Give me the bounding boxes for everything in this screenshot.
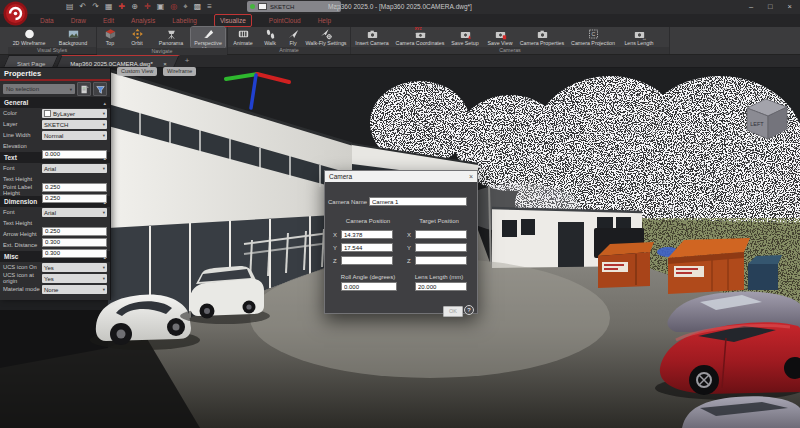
quick-select-button[interactable] bbox=[77, 82, 91, 96]
color-dropdown[interactable]: ByLayer ▾ bbox=[42, 109, 107, 118]
roll-angle-input[interactable] bbox=[341, 282, 397, 291]
filter-button[interactable] bbox=[93, 82, 107, 96]
camera-y-input[interactable] bbox=[341, 243, 393, 252]
save-icon[interactable]: ▤ bbox=[66, 0, 74, 14]
ucs-on-dropdown[interactable]: Yes ▾ bbox=[42, 263, 107, 272]
target-x-label: X bbox=[407, 232, 411, 238]
ribbon-button-save-view[interactable]: Save View bbox=[483, 27, 517, 47]
line-width-dropdown[interactable]: Normal ▾ bbox=[42, 131, 107, 140]
ext-distance-input[interactable] bbox=[42, 249, 107, 258]
undo-icon[interactable]: ↶ bbox=[80, 0, 87, 14]
hatch-icon[interactable]: ▩ bbox=[194, 0, 202, 14]
ribbon-button-camera-projection[interactable]: C Camera Projection bbox=[567, 27, 619, 47]
map360-logo-icon[interactable] bbox=[3, 1, 28, 26]
snap-icon[interactable]: ⊕ bbox=[131, 0, 138, 14]
ribbon-button-walk-fly-settings[interactable]: Walk-Fly Settings bbox=[304, 27, 348, 47]
help-button[interactable]: ? bbox=[464, 305, 474, 315]
lens-length-label: Lens Length (mm) bbox=[407, 274, 471, 280]
tab-edit[interactable]: Edit bbox=[103, 15, 114, 26]
ucs-origin-dropdown[interactable]: Yes ▾ bbox=[42, 274, 107, 283]
camera-save-icon bbox=[494, 28, 507, 40]
point-label-height-input[interactable] bbox=[42, 194, 107, 203]
ribbon: 2D Wireframe Background Visual Styles bbox=[0, 27, 800, 55]
ribbon-button-camera-properties[interactable]: Camera Properties bbox=[517, 27, 567, 47]
target-z-input[interactable] bbox=[415, 256, 467, 265]
ribbon-button-fly[interactable]: Fly bbox=[282, 27, 304, 47]
material-mode-dropdown[interactable]: None ▾ bbox=[42, 285, 107, 294]
target-x-input[interactable] bbox=[415, 230, 467, 239]
new-tab-button[interactable]: + bbox=[185, 55, 190, 67]
redo-icon[interactable]: ↷ bbox=[92, 0, 99, 14]
selection-dropdown[interactable]: No selection ▾ bbox=[3, 84, 75, 94]
dialog-close-icon[interactable]: × bbox=[469, 173, 473, 180]
ribbon-group-navigate: Top Orbit Panorama bbox=[97, 27, 228, 54]
chevron-down-icon: ▾ bbox=[103, 210, 105, 215]
camera-position-label: Camera Position bbox=[333, 218, 403, 224]
ribbon-button-walk[interactable]: Walk bbox=[258, 27, 282, 47]
property-row-arrow-height: Arrow Height bbox=[0, 229, 110, 240]
ribbon-button-2d-wireframe[interactable]: 2D Wireframe bbox=[8, 27, 50, 47]
maximize-button[interactable]: □ bbox=[768, 2, 773, 12]
tab-draw[interactable]: Draw bbox=[71, 15, 86, 26]
target-red-icon[interactable]: ◎ bbox=[170, 0, 177, 14]
camera-name-input[interactable] bbox=[369, 197, 467, 206]
perspective-view-icon bbox=[202, 28, 215, 40]
ribbon-button-save-setup[interactable]: Save Setup bbox=[447, 27, 483, 47]
camera-x-label: X bbox=[333, 232, 337, 238]
ribbon-button-insert-camera[interactable]: Insert Camera bbox=[351, 27, 393, 47]
title-bar: ▤ ↶ ↷ ▦ ✚ ⊕ ✛ ▣ ◎ ⌖ ▩ ≡ SKETCH ▾ Map360 … bbox=[0, 0, 800, 14]
target-z-label: Z bbox=[407, 258, 411, 264]
layer-status-icon bbox=[250, 4, 255, 9]
blue-bin bbox=[748, 255, 782, 290]
image-icon[interactable]: ▣ bbox=[157, 0, 165, 14]
camera-z-input[interactable] bbox=[341, 256, 393, 265]
chevron-down-icon: ▾ bbox=[103, 122, 105, 127]
layer-selector[interactable]: SKETCH ▾ bbox=[247, 1, 341, 12]
camera-dialog-titlebar[interactable]: Camera × bbox=[325, 171, 477, 182]
tab-labeling[interactable]: Labeling bbox=[172, 15, 197, 26]
viewport-style-control[interactable]: Wireframe bbox=[163, 67, 196, 76]
lens-length-input[interactable] bbox=[415, 282, 467, 291]
plot-icon[interactable]: ▦ bbox=[105, 0, 113, 14]
ribbon-button-top[interactable]: Top bbox=[97, 27, 123, 48]
ribbon-button-panorama[interactable]: Panorama bbox=[151, 27, 191, 48]
property-row-material-mode: Material mode None ▾ bbox=[0, 284, 110, 295]
chevron-down-icon: ▾ bbox=[103, 265, 105, 270]
ribbon-group-visual-styles: 2D Wireframe Background Visual Styles bbox=[8, 27, 97, 54]
ribbon-button-orbit[interactable]: Orbit bbox=[123, 27, 151, 48]
viewport-view-control[interactable]: Custom View bbox=[117, 67, 157, 76]
red-cross-icon[interactable]: ✛ bbox=[144, 0, 151, 14]
ribbon-button-background[interactable]: Background bbox=[50, 27, 96, 47]
list-icon[interactable]: ≡ bbox=[207, 0, 212, 14]
layer-dropdown[interactable]: SKETCH ▾ bbox=[42, 120, 107, 129]
tab-data[interactable]: Data bbox=[40, 15, 54, 26]
tab-visualize[interactable]: Visualize bbox=[214, 14, 252, 27]
ok-button[interactable]: OK bbox=[443, 306, 463, 317]
section-general[interactable]: General ▴ bbox=[0, 97, 110, 108]
camera-icon bbox=[366, 28, 379, 40]
doc-tab-start-page[interactable]: Start Page bbox=[6, 55, 56, 67]
collapse-arrow-icon: ▴ bbox=[103, 155, 106, 161]
add-red-icon[interactable]: ✚ bbox=[119, 0, 126, 14]
pick-icon[interactable]: ⌖ bbox=[183, 0, 188, 14]
tab-analysis[interactable]: Analysis bbox=[131, 15, 155, 26]
camera-x-input[interactable] bbox=[341, 230, 393, 239]
window-title: Map360 2025.0 - [Map360 2025.0CAMERA.dwg… bbox=[328, 3, 472, 10]
doc-tab-camera-dwg[interactable]: Map360 2025.0CAMERA.dwg* × bbox=[59, 55, 177, 67]
dim-font-dropdown[interactable]: Arial ▾ bbox=[42, 208, 107, 217]
ribbon-button-perspective-view[interactable]: Perspective View bbox=[191, 27, 225, 48]
ribbon-button-animate[interactable]: Animate bbox=[228, 27, 258, 47]
minimize-button[interactable]: – bbox=[749, 2, 753, 12]
close-button[interactable]: × bbox=[788, 2, 792, 12]
tab-pointcloud[interactable]: PointCloud bbox=[269, 15, 301, 26]
tab-help[interactable]: Help bbox=[318, 15, 331, 26]
properties-panel: Properties No selection ▾ General ▴ bbox=[0, 68, 111, 300]
wireframe-circle-icon bbox=[23, 28, 36, 40]
ribbon-button-lens-length[interactable]: ↔ Lens Length bbox=[619, 27, 659, 47]
property-row-text-font: Font Arial ▾ bbox=[0, 163, 110, 174]
property-row-ucs-origin: UCS icon at origin Yes ▾ bbox=[0, 273, 110, 284]
target-y-input[interactable] bbox=[415, 243, 467, 252]
elevation-input[interactable] bbox=[42, 150, 107, 159]
ribbon-button-camera-coordinates[interactable]: XYZ Camera Coordinates bbox=[393, 27, 447, 47]
text-font-dropdown[interactable]: Arial ▾ bbox=[42, 164, 107, 173]
